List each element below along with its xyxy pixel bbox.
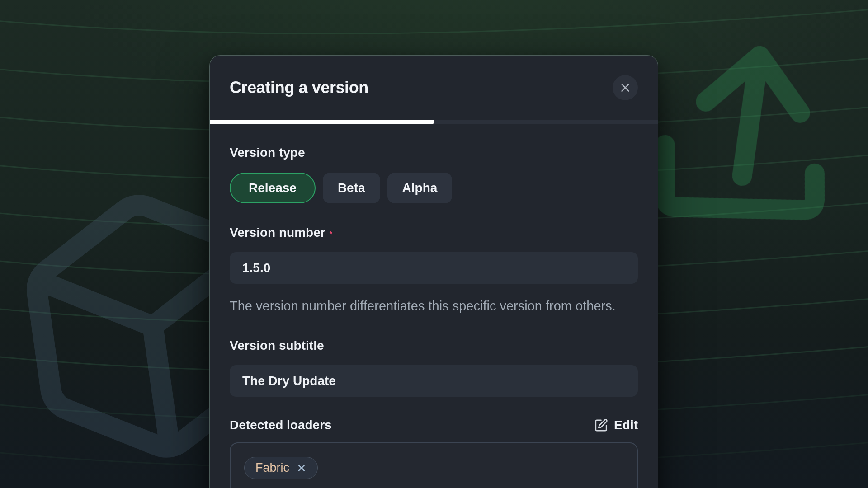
modal-header: Creating a version	[210, 56, 658, 120]
modal-body: Version type Release Beta Alpha Version …	[210, 124, 658, 488]
close-icon	[619, 82, 631, 94]
detected-loaders-box: Fabric ✕	[230, 442, 638, 488]
version-type-field: Version type Release Beta Alpha	[230, 145, 638, 203]
version-type-release-button[interactable]: Release	[230, 173, 316, 203]
version-type-options: Release Beta Alpha	[230, 173, 638, 203]
version-subtitle-label: Version subtitle	[230, 338, 324, 352]
close-button[interactable]	[613, 75, 638, 100]
edit-icon	[594, 418, 608, 432]
version-type-label: Version type	[230, 145, 305, 160]
create-version-modal: Creating a version Version type Release …	[209, 55, 658, 488]
version-number-field: Version number* The version number diffe…	[230, 225, 638, 316]
loader-chip-fabric: Fabric ✕	[244, 457, 318, 479]
modal-title: Creating a version	[230, 78, 368, 97]
detected-loaders-label: Detected loaders	[230, 418, 332, 432]
page-background: Creating a version Version type Release …	[0, 0, 868, 488]
version-type-beta-button[interactable]: Beta	[323, 173, 380, 203]
remove-loader-button[interactable]: ✕	[297, 462, 307, 474]
loader-chip-label: Fabric	[255, 461, 289, 475]
edit-loaders-button[interactable]: Edit	[594, 418, 638, 432]
edit-label: Edit	[614, 418, 638, 432]
version-subtitle-field: Version subtitle	[230, 338, 638, 397]
upload-icon	[659, 47, 829, 221]
required-marker: *	[330, 230, 332, 238]
version-subtitle-input[interactable]	[230, 365, 638, 397]
version-number-label: Version number	[230, 225, 326, 239]
version-number-help: The version number differentiates this s…	[230, 296, 638, 316]
version-number-input[interactable]	[230, 252, 638, 284]
version-type-alpha-button[interactable]: Alpha	[387, 173, 453, 203]
progress-bar-fill	[210, 120, 434, 124]
detected-loaders-header: Detected loaders Edit	[230, 418, 638, 432]
progress-bar	[210, 120, 658, 124]
